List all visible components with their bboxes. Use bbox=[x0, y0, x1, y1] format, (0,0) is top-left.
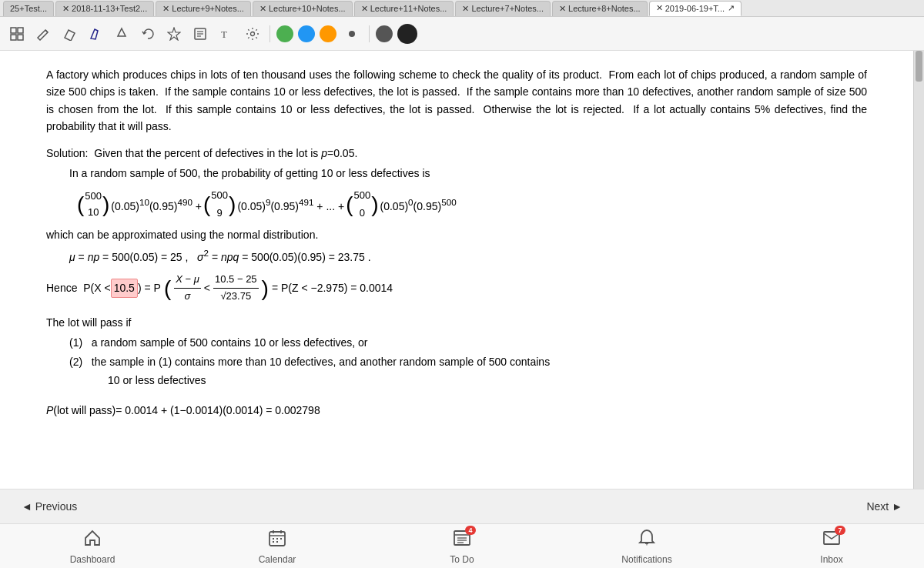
bottom-nav-todo[interactable]: 4 To Do bbox=[370, 529, 554, 565]
color-small-dot-icon[interactable] bbox=[341, 23, 363, 45]
tool-pen-icon[interactable] bbox=[85, 23, 106, 45]
svg-rect-21 bbox=[276, 541, 278, 543]
main-area: A factory which produces chips in lots o… bbox=[0, 51, 924, 489]
approx-line: which can be approximated using the norm… bbox=[46, 226, 867, 243]
svg-text:T: T bbox=[221, 28, 227, 40]
tool-eraser-icon[interactable] bbox=[59, 23, 80, 45]
svg-rect-18 bbox=[276, 538, 278, 540]
svg-rect-0 bbox=[11, 28, 16, 33]
svg-marker-6 bbox=[168, 28, 180, 40]
pass-header: The lot will pass if bbox=[46, 314, 867, 331]
color-orange-icon[interactable] bbox=[320, 25, 336, 42]
problem-text: A factory which produces chips in lots o… bbox=[46, 66, 867, 135]
probability-formula: ( 500 10 ) (0.05)10(0.95)490 + ( 500 9 )… bbox=[77, 188, 867, 222]
next-button[interactable]: Next ► bbox=[860, 497, 909, 516]
dashboard-icon bbox=[83, 529, 102, 552]
solution-intro: Solution: Given that the percent of defe… bbox=[46, 145, 867, 162]
bottom-nav-inbox[interactable]: 7 Inbox bbox=[739, 529, 924, 565]
svg-rect-2 bbox=[11, 35, 16, 40]
tool-grid-icon[interactable] bbox=[6, 23, 28, 45]
svg-rect-17 bbox=[273, 538, 274, 540]
scrollbar[interactable] bbox=[913, 51, 924, 489]
scrollbar-thumb[interactable] bbox=[916, 51, 922, 82]
tab-lec9[interactable]: ✕ Lecture+9+Notes... bbox=[156, 1, 251, 16]
bottom-nav-notifications[interactable]: Notifications bbox=[554, 529, 739, 565]
tool-settings-icon[interactable] bbox=[242, 23, 263, 45]
hence-line: Hence P(X <10.5) = P ( X − μ σ < 10.5 − … bbox=[46, 272, 867, 305]
toolbar-separator-1 bbox=[270, 25, 270, 42]
svg-rect-19 bbox=[280, 538, 282, 540]
pass-condition-2b: 10 or less defectives bbox=[108, 372, 867, 389]
inbox-badge: 7 bbox=[835, 526, 845, 535]
todo-icon: 4 bbox=[453, 529, 471, 552]
color-green-icon[interactable] bbox=[276, 25, 293, 42]
tab-lec8[interactable]: ✕ Lecture+8+Notes... bbox=[552, 1, 648, 16]
svg-marker-5 bbox=[65, 30, 75, 41]
tab-lec7[interactable]: ✕ Lecture+7+Notes... bbox=[455, 1, 551, 16]
dashboard-label: Dashboard bbox=[70, 554, 116, 565]
toolbar-separator-2 bbox=[369, 25, 370, 42]
toolbar: T bbox=[0, 17, 924, 51]
bottom-nav-calendar[interactable]: Calendar bbox=[185, 529, 370, 565]
tab-lec10[interactable]: ✕ Lecture+10+Notes... bbox=[253, 1, 353, 16]
tool-shapes-icon[interactable] bbox=[111, 23, 132, 45]
inbox-icon: 7 bbox=[822, 529, 841, 552]
tab-bar: 25+Test... ✕ 2018-11-13+Test2... ✕ Lectu… bbox=[0, 0, 924, 17]
pass-condition-1: (1) a random sample of 500 contains 10 o… bbox=[69, 334, 867, 351]
content-area: A factory which produces chips in lots o… bbox=[0, 51, 913, 489]
tool-undo-icon[interactable] bbox=[137, 23, 159, 45]
svg-rect-1 bbox=[18, 28, 23, 33]
color-dark-icon[interactable] bbox=[376, 25, 393, 42]
svg-rect-3 bbox=[18, 35, 23, 40]
notifications-label: Notifications bbox=[621, 554, 671, 565]
pass-condition-2: (2) the sample in (1) contains more than… bbox=[69, 353, 867, 370]
tool-star-icon[interactable] bbox=[163, 23, 185, 45]
bottom-nav-bar: Dashboard Calendar 4 To Do Notifications… bbox=[0, 523, 924, 568]
tab-2019[interactable]: ✕ 2019-06-19+T... ↗ bbox=[649, 1, 742, 16]
bottom-nav-dashboard[interactable]: Dashboard bbox=[0, 529, 185, 565]
color-black-icon[interactable] bbox=[397, 24, 417, 44]
calendar-icon bbox=[268, 529, 286, 552]
tool-text-icon[interactable]: T bbox=[216, 23, 237, 45]
tab-25test[interactable]: 25+Test... bbox=[3, 1, 54, 16]
tab-lec11[interactable]: ✕ Lecture+11+Notes... bbox=[354, 1, 454, 16]
probability-result: P(lot will pass)= 0.0014 + (1−0.0014)(0.… bbox=[46, 402, 867, 419]
svg-point-12 bbox=[251, 32, 255, 35]
svg-rect-20 bbox=[273, 541, 274, 543]
todo-label: To Do bbox=[450, 554, 474, 565]
navigation-row: ◄ Previous Next ► bbox=[0, 489, 924, 523]
tab-2018test[interactable]: ✕ 2018-11-13+Test2... bbox=[55, 1, 154, 16]
notifications-icon bbox=[638, 529, 656, 552]
mu-sigma-line: μ = np = 500(0.05) = 25 , σ2 = npq = 500… bbox=[69, 246, 867, 266]
previous-button[interactable]: ◄ Previous bbox=[15, 497, 83, 516]
inbox-label: Inbox bbox=[820, 554, 842, 565]
svg-line-4 bbox=[45, 30, 48, 32]
tool-note-icon[interactable] bbox=[189, 23, 211, 45]
todo-badge: 4 bbox=[465, 526, 476, 535]
calendar-label: Calendar bbox=[259, 554, 296, 565]
tool-pencil-icon[interactable] bbox=[32, 23, 54, 45]
color-blue-icon[interactable] bbox=[298, 25, 315, 42]
highlight-10-5: 10.5 bbox=[111, 279, 138, 297]
solution-line2: In a random sample of 500, the probabili… bbox=[69, 165, 867, 182]
